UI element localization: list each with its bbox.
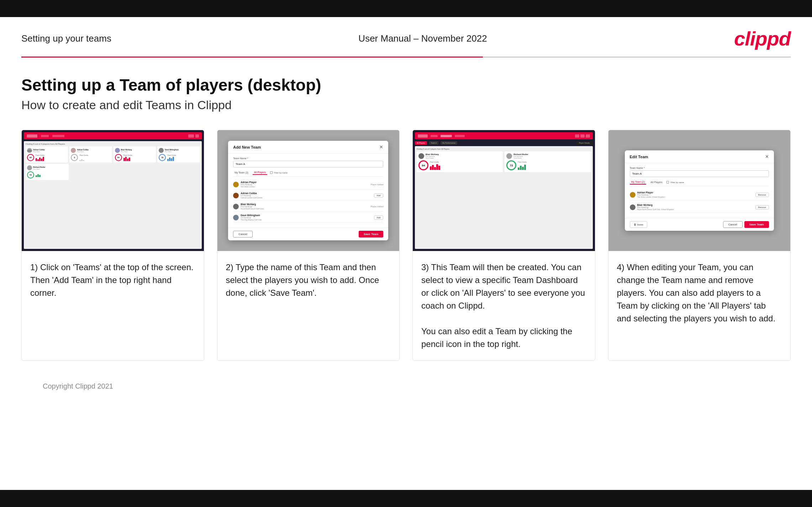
modal-close-icon[interactable]: ✕ — [379, 144, 383, 150]
edit-player-2-club: Royal North Devon Golf Club, United King… — [637, 208, 674, 210]
player-3-details: Blair McHarg Plus Handicap Royal North D… — [241, 203, 263, 210]
nav-item-1 — [41, 135, 49, 137]
edit-player-2-avatar — [630, 204, 636, 210]
player-2-name: Adrian Coliba — [241, 192, 262, 194]
player-4-name: Dave Billingham — [241, 214, 262, 217]
clippd-logo: clippd — [734, 27, 791, 50]
save-team-button[interactable]: Save Team — [359, 231, 383, 238]
edit-team-name-input[interactable]: Team A — [630, 170, 769, 177]
filter-checkbox[interactable] — [270, 171, 273, 174]
edit-modal-body: Team Name * Team A My Team (2) All Playe… — [625, 163, 774, 217]
player-1-status: Player Added — [371, 183, 384, 186]
copyright-text: Copyright Clippd 2021 — [43, 382, 113, 390]
edit-modal-title: Edit Team — [630, 155, 648, 159]
card-4-screenshot: Edit Team ✕ Team Name * Team A My Team (… — [608, 130, 791, 251]
edit-cancel-button[interactable]: Cancel — [723, 221, 743, 228]
cancel-button[interactable]: Cancel — [233, 231, 253, 238]
edit-modal-overlay: Edit Team ✕ Team Name * Team A My Team (… — [608, 130, 791, 251]
player-3-avatar — [233, 204, 239, 209]
nav-item-2 — [52, 135, 64, 137]
edit-filter: Filter by name — [666, 181, 684, 183]
main-content: Setting up a Team of players (desktop) H… — [0, 58, 812, 412]
header-center-text: User Manual – November 2022 — [358, 33, 487, 44]
card-2-screenshot: Add New Team ✕ Team Name * Team A My Tea… — [217, 130, 400, 251]
all-players-tab[interactable]: All Players — [253, 170, 267, 175]
player-3-info: Blair McHarg Plus Handicap Royal North D… — [233, 203, 263, 210]
edit-player-1-info: Adrian Player Plus Handicap The Shire Lo… — [630, 191, 665, 198]
delete-team-button[interactable]: 🗑 Delete — [630, 221, 647, 228]
player-row-4: Dave Billingham 3.5 Handicap The Dog May… — [233, 213, 383, 223]
player-2-club: Central London Golf Centre — [241, 197, 262, 199]
modal-footer: Cancel Save Team — [228, 228, 388, 240]
my-team-tab[interactable]: My Team (2) — [233, 171, 250, 175]
player-1-info: Adrian Player Plus Handicap The Shire Lo… — [233, 181, 257, 188]
edit-filter-checkbox[interactable] — [666, 181, 669, 183]
edit-all-players-tab[interactable]: All Players — [649, 180, 664, 184]
filter-by-name: Filter by name — [270, 171, 288, 174]
team-dash-content: Finding 6 out of 4 players from All Play… — [415, 146, 593, 249]
player-1-name: Adrian Player — [241, 181, 257, 183]
player-3-name: Blair McHarg — [241, 203, 263, 206]
player-list: Adrian Player Plus Handicap The Shire Lo… — [233, 180, 383, 223]
mock-player-5: Richard Butler Plus Hand... 72 — [26, 164, 69, 180]
add-player-2-button[interactable]: Add — [374, 193, 384, 198]
player-4-details: Dave Billingham 3.5 Handicap The Dog May… — [241, 214, 262, 221]
edit-player-1-name: Adrian Player — [637, 191, 665, 194]
mock-breadcrumb: Finding 6 out of 4 players from All Play… — [26, 143, 200, 145]
team-card-blair: Blair McHarg Plus Handicap Team Details … — [417, 151, 503, 172]
modal-body: Team Name * Team A My Team (2) All Playe… — [228, 154, 388, 226]
header-left-text: Setting up your teams — [21, 33, 111, 44]
remove-player-1-button[interactable]: Remove — [755, 193, 769, 197]
card-2-text: 2) Type the name of this Team and then s… — [217, 251, 400, 361]
logo-text: clippd — [734, 27, 791, 50]
edit-player-1-club: The Shire London, United Kingdom — [637, 196, 665, 198]
player-1-details: Adrian Player Plus Handicap The Shire Lo… — [241, 181, 257, 188]
header: Setting up your teams User Manual – Nove… — [0, 17, 812, 57]
add-player-4-button[interactable]: Add — [374, 215, 384, 220]
edit-modal-header: Edit Team ✕ — [625, 150, 774, 163]
card-1: Finding 6 out of 4 players from All Play… — [21, 130, 204, 361]
modal-title: Add New Team — [233, 145, 261, 149]
team-name-label: Team Name * — [233, 157, 383, 160]
edit-my-team-tab[interactable]: My Team (2) — [630, 180, 647, 185]
modal-header: Add New Team ✕ — [228, 141, 388, 154]
nav-icon-2 — [195, 134, 199, 138]
mock-player-1: Adrian Coliba Plus Hand... 84 Player Qua… — [26, 146, 68, 162]
edit-modal-tabs: My Team (2) All Players Filter by name — [630, 180, 769, 186]
team-sub-nav: All Players Team A My Performance Player… — [415, 141, 593, 145]
dashboard-mock: Finding 6 out of 4 players from All Play… — [22, 130, 204, 251]
edit-player-1-details: Adrian Player Plus Handicap The Shire Lo… — [637, 191, 665, 198]
player-4-avatar — [233, 215, 239, 220]
player-2-info: Adrian Coliba 1.5 Handicap Central Londo… — [233, 192, 262, 199]
page-subtitle: How to create and edit Teams in Clippd — [21, 98, 791, 112]
team-name-input[interactable]: Team A — [233, 161, 383, 167]
player-2-avatar — [233, 193, 239, 198]
add-team-modal: Add New Team ✕ Team Name * Team A My Tea… — [228, 141, 388, 240]
team-card-richard: Richard Butler Plus Handicap Team Detail… — [505, 151, 591, 172]
edit-player-2-name: Blair McHarg — [637, 204, 674, 206]
card-2: Add New Team ✕ Team Name * Team A My Tea… — [217, 130, 400, 361]
mock-player-grid: Adrian Coliba Plus Hand... 84 Player Qua… — [26, 146, 200, 162]
mock-bottom-row: Richard Butler Plus Hand... 72 — [26, 164, 200, 180]
mock-nav-bar — [24, 132, 202, 139]
cards-row: Finding 6 out of 4 players from All Play… — [21, 130, 791, 361]
bottom-bar — [0, 490, 812, 507]
nav-right-icons — [188, 134, 199, 138]
edit-modal-close-icon[interactable]: ✕ — [765, 154, 769, 159]
edit-player-row-2: Blair McHarg Plus Handicap Royal North D… — [630, 202, 769, 213]
card-1-text: 1) Click on 'Teams' at the top of the sc… — [22, 251, 204, 361]
edit-player-list: Adrian Player Plus Handicap The Shire Lo… — [630, 189, 769, 213]
edit-player-2-details: Blair McHarg Plus Handicap Royal North D… — [637, 204, 674, 210]
nav-logo-mock — [27, 134, 37, 138]
player-4-club: The Dog Maying Golf Club — [241, 219, 262, 221]
player-row-1: Adrian Player Plus Handicap The Shire Lo… — [233, 180, 383, 190]
card-4-text: 4) When editing your Team, you can chang… — [608, 251, 791, 361]
edit-modal-footer: 🗑 Delete Cancel Save Team — [625, 218, 774, 231]
player-4-info: Dave Billingham 3.5 Handicap The Dog May… — [233, 214, 262, 221]
edit-save-team-button[interactable]: Save Team — [744, 221, 769, 228]
edit-player-2-info: Blair McHarg Plus Handicap Royal North D… — [630, 204, 674, 210]
player-row-2: Adrian Coliba 1.5 Handicap Central Londo… — [233, 191, 383, 201]
edit-team-modal: Edit Team ✕ Team Name * Team A My Team (… — [625, 150, 774, 231]
team-cards-grid: Blair McHarg Plus Handicap Team Details … — [417, 151, 591, 172]
remove-player-2-button[interactable]: Remove — [755, 205, 769, 209]
